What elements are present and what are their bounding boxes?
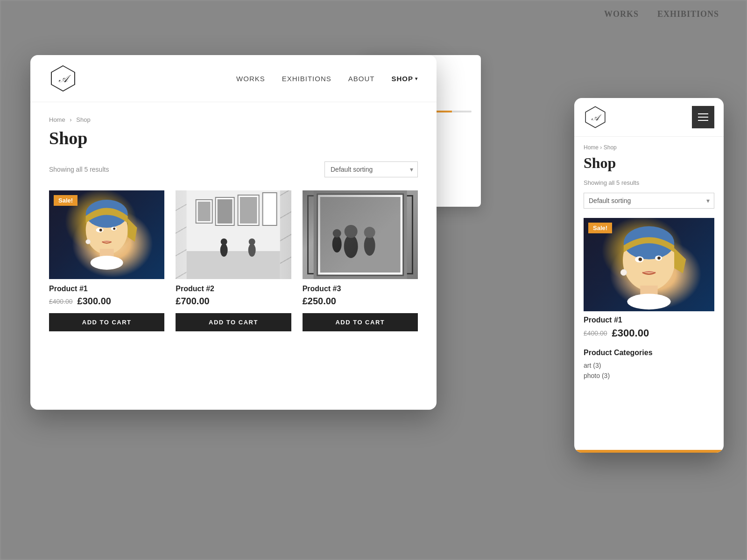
price-original-1: £400.00 — [49, 298, 73, 305]
svg-point-31 — [364, 227, 375, 238]
svg-point-22 — [221, 238, 227, 245]
mobile-sale-badge: Sale! — [588, 223, 612, 233]
product-card-1: Sale! — [49, 190, 164, 331]
mobile-breadcrumb: Home › Shop — [584, 144, 714, 151]
mobile-breadcrumb-home[interactable]: Home — [584, 144, 599, 151]
mobile-product-image-1: Sale! — [584, 218, 714, 311]
svg-rect-17 — [218, 199, 233, 224]
nav-exhibitions[interactable]: EXHIBITIONS — [282, 75, 331, 83]
breadcrumb-home[interactable]: Home — [49, 116, 65, 123]
product-name-2: Product #2 — [176, 285, 291, 293]
svg-point-32 — [332, 236, 341, 252]
svg-rect-25 — [313, 190, 407, 279]
product-name-3: Product #3 — [303, 285, 418, 293]
product-pricing-1: £400.00 £300.00 — [49, 296, 164, 307]
sale-badge-1: Sale! — [54, 195, 78, 206]
mobile-product-card-1: Sale! Product #1 — [584, 218, 714, 339]
shop-chevron-icon: ▾ — [415, 76, 418, 81]
mobile-page-title: Shop — [584, 154, 714, 172]
mobile-categories: Product Categories art (3) photo (3) — [584, 349, 714, 379]
mobile-logo[interactable]: 𝒜 — [584, 105, 607, 129]
breadcrumb-shop: Shop — [76, 116, 90, 123]
product-name-1: Product #1 — [49, 285, 164, 293]
svg-rect-27 — [320, 197, 400, 273]
svg-rect-26 — [317, 194, 403, 275]
svg-rect-19 — [240, 197, 257, 224]
mobile-product-name: Product #1 — [584, 316, 714, 324]
svg-point-39 — [627, 294, 670, 310]
nav-shop-dropdown[interactable]: SHOP ▾ — [391, 75, 418, 83]
svg-point-23 — [248, 244, 256, 257]
product-image-3 — [303, 190, 418, 279]
sort-select[interactable]: Default sorting — [324, 161, 418, 177]
mobile-header: 𝒜 — [574, 98, 724, 137]
svg-point-28 — [344, 235, 358, 258]
showing-count: Showing all 5 results — [49, 166, 109, 173]
shop-controls: Showing all 5 results Default sorting — [49, 161, 418, 177]
hamburger-menu-button[interactable] — [692, 106, 714, 128]
products-grid: Sale! — [49, 190, 418, 331]
mobile-price-original: £400.00 — [584, 329, 607, 337]
mobile-body: Home › Shop Shop Showing all 5 results D… — [574, 137, 724, 450]
page-title: Shop — [49, 128, 418, 148]
product-image-2 — [176, 190, 291, 279]
mobile-price-sale: £300.00 — [612, 327, 649, 339]
mobile-category-photo[interactable]: photo (3) — [584, 372, 714, 379]
nav-works[interactable]: WORKS — [236, 75, 265, 83]
mobile-categories-title: Product Categories — [584, 349, 714, 357]
background-nav: WORKS EXHIBITIONS — [604, 9, 719, 19]
product-pricing-3: £250.00 — [303, 296, 418, 307]
price-regular-3: £250.00 — [303, 296, 336, 307]
bg-nav-exhibitions: EXHIBITIONS — [657, 9, 719, 19]
svg-rect-20 — [263, 193, 277, 225]
desktop-modal: 𝒜 WORKS EXHIBITIONS ABOUT SHOP ▾ Home › … — [30, 55, 437, 410]
mobile-category-art[interactable]: art (3) — [584, 362, 714, 369]
svg-point-30 — [364, 235, 375, 256]
product-image-1: Sale! — [49, 190, 164, 279]
svg-point-43 — [657, 257, 661, 260]
svg-rect-12 — [187, 251, 280, 279]
desktop-logo[interactable]: 𝒜 — [49, 64, 77, 92]
mobile-product-pricing: £400.00 £300.00 — [584, 327, 714, 339]
mobile-showing-count: Showing all 5 results — [584, 179, 714, 186]
bg-nav-works: WORKS — [604, 9, 639, 19]
svg-point-24 — [249, 238, 255, 245]
desktop-modal-body: Home › Shop Shop Showing all 5 results D… — [30, 102, 437, 410]
svg-point-10 — [86, 239, 91, 244]
add-to-cart-2[interactable]: ADD TO CART — [176, 313, 291, 331]
svg-point-21 — [220, 244, 228, 257]
nav-about[interactable]: ABOUT — [348, 75, 375, 83]
add-to-cart-1[interactable]: ADD TO CART — [49, 313, 164, 331]
svg-point-41 — [639, 258, 642, 261]
svg-point-5 — [91, 256, 123, 270]
desktop-nav: WORKS EXHIBITIONS ABOUT SHOP ▾ — [236, 75, 418, 83]
price-sale-1: £300.00 — [78, 296, 111, 307]
mobile-breadcrumb-shop: Shop — [604, 144, 617, 151]
svg-point-29 — [344, 225, 357, 238]
sort-wrapper: Default sorting — [324, 161, 418, 177]
svg-point-7 — [99, 229, 102, 231]
desktop-modal-header: 𝒜 WORKS EXHIBITIONS ABOUT SHOP ▾ — [30, 55, 437, 102]
mobile-sort-select[interactable]: Default sorting — [584, 193, 714, 209]
svg-point-44 — [620, 269, 627, 275]
svg-point-9 — [113, 228, 115, 230]
product-card-3: Product #3 £250.00 ADD TO CART — [303, 190, 418, 331]
svg-point-33 — [332, 229, 341, 238]
hamburger-line-3 — [698, 120, 708, 121]
mobile-modal: 𝒜 Home › Shop Shop Showing all 5 results… — [574, 98, 724, 453]
price-regular-2: £700.00 — [176, 296, 209, 307]
mobile-orange-bar — [574, 450, 724, 453]
hamburger-line-2 — [698, 117, 708, 118]
breadcrumb: Home › Shop — [49, 116, 418, 123]
add-to-cart-3[interactable]: ADD TO CART — [303, 313, 418, 331]
hamburger-line-1 — [698, 113, 708, 114]
product-card-2: Product #2 £700.00 ADD TO CART — [176, 190, 291, 331]
product-pricing-2: £700.00 — [176, 296, 291, 307]
svg-rect-15 — [198, 202, 211, 221]
mobile-sort-wrapper: Default sorting — [584, 193, 714, 209]
